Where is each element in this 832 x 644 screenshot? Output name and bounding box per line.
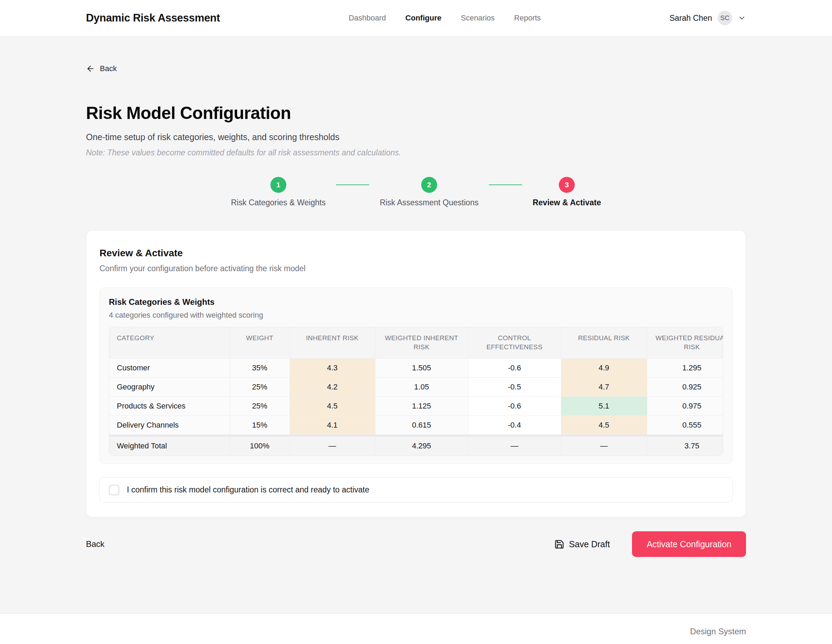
stepper: 1 Risk Categories & Weights 2 Risk Asses… [86, 177, 746, 207]
step-1-risk-categories[interactable]: 1 Risk Categories & Weights [231, 177, 325, 207]
risk-table: CATEGORY WEIGHT INHERENT RISK WEIGHTED I… [109, 327, 723, 456]
footer-text: Design System [690, 626, 746, 636]
cell-total-control: — [468, 436, 561, 455]
cell-weighted-inherent: 1.125 [375, 397, 468, 416]
save-icon [554, 539, 564, 549]
cell-total-inherent: — [290, 436, 375, 455]
cell-control-effectiveness: -0.5 [468, 378, 561, 397]
col-weighted-inherent-risk: WEIGHTED INHERENT RISK [375, 327, 468, 359]
cell-weight: 35% [230, 359, 290, 378]
page-subtitle: One-time setup of risk categories, weigh… [86, 132, 746, 142]
col-category: CATEGORY [109, 327, 230, 359]
activate-configuration-button[interactable]: Activate Configuration [632, 531, 746, 557]
table-row-customer: Customer 35% 4.3 1.505 -0.6 4.9 1.295 [109, 359, 723, 378]
nav-item-reports[interactable]: Reports [514, 13, 541, 22]
cell-weighted-inherent: 1.05 [375, 378, 468, 397]
back-button[interactable]: Back [86, 539, 104, 549]
cell-total-weighted-residual: 3.75 [647, 436, 723, 455]
cell-weight: 25% [230, 397, 290, 416]
nav-item-scenarios[interactable]: Scenarios [461, 13, 495, 22]
table-row-geography: Geography 25% 4.2 1.05 -0.5 4.7 0.925 [109, 378, 723, 397]
col-residual-risk: RESIDUAL RISK [561, 327, 647, 359]
user-menu[interactable]: Sarah Chen SC [669, 11, 746, 25]
col-weight: WEIGHT [230, 327, 290, 359]
step-2-risk-questions[interactable]: 2 Risk Assessment Questions [379, 177, 478, 207]
cell-total-residual: — [561, 436, 647, 455]
step-2-circle: 2 [421, 177, 437, 193]
col-control-effectiveness: CONTROL EFFECTIVENESS [468, 327, 561, 359]
cell-weighted-residual: 0.925 [647, 378, 723, 397]
back-link[interactable]: Back [86, 64, 117, 73]
back-arrow-icon [86, 64, 95, 73]
cell-control-effectiveness: -0.4 [468, 416, 561, 436]
step-2-label: Risk Assessment Questions [379, 198, 478, 207]
cell-inherent-risk: 4.2 [290, 378, 375, 397]
cell-category: Delivery Channels [109, 416, 230, 436]
card-title: Review & Activate [99, 247, 733, 259]
nav-item-dashboard[interactable]: Dashboard [349, 13, 386, 22]
cell-weight: 25% [230, 378, 290, 397]
cell-inherent-risk: 4.3 [290, 359, 375, 378]
cell-total-weight: 100% [230, 436, 290, 455]
cell-residual-risk: 4.7 [561, 378, 647, 397]
cell-total-label: Weighted Total [109, 436, 230, 455]
review-card: Review & Activate Confirm your configura… [86, 230, 746, 517]
cell-residual-risk: 5.1 [561, 397, 647, 416]
cell-category: Geography [109, 378, 230, 397]
step-3-circle: 3 [559, 177, 575, 193]
col-weighted-residual-risk: WEIGHTED RESIDUAL RISK [647, 327, 723, 359]
cell-inherent-risk: 4.1 [290, 416, 375, 436]
cell-residual-risk: 4.9 [561, 359, 647, 378]
actions-bar: Back Save Draft Activate Configuration [86, 531, 746, 557]
save-draft-button[interactable]: Save Draft [554, 539, 610, 549]
cell-weight: 15% [230, 416, 290, 436]
back-link-label: Back [100, 64, 117, 73]
cell-category: Products & Services [109, 397, 230, 416]
chevron-down-icon[interactable] [738, 14, 746, 22]
step-3-label: Review & Activate [533, 198, 601, 207]
summary-panel: Risk Categories & Weights 4 categories c… [99, 287, 733, 464]
confirm-checkbox[interactable] [109, 485, 119, 495]
nav-item-configure[interactable]: Configure [405, 13, 441, 22]
step-3-review-activate[interactable]: 3 Review & Activate [533, 177, 601, 207]
save-draft-label: Save Draft [569, 539, 610, 549]
cell-weighted-inherent: 0.615 [375, 416, 468, 436]
table-row-delivery-channels: Delivery Channels 15% 4.1 0.615 -0.4 4.5… [109, 416, 723, 436]
confirm-row[interactable]: I confirm this risk model configuration … [99, 477, 733, 503]
step-1-label: Risk Categories & Weights [231, 198, 325, 207]
cell-weighted-residual: 1.295 [647, 359, 723, 378]
app-title: Dynamic Risk Assessment [86, 12, 220, 24]
footer: Design System [0, 614, 832, 644]
table-header-row: CATEGORY WEIGHT INHERENT RISK WEIGHTED I… [109, 327, 723, 359]
page-title: Risk Model Configuration [86, 104, 746, 123]
step-connector-2 [489, 184, 522, 185]
cell-total-weighted-inherent: 4.295 [375, 436, 468, 455]
confirm-label: I confirm this risk model configuration … [127, 485, 369, 495]
cell-weighted-inherent: 1.505 [375, 359, 468, 378]
cell-control-effectiveness: -0.6 [468, 359, 561, 378]
panel-title: Risk Categories & Weights [109, 297, 723, 307]
col-inherent-risk: INHERENT RISK [290, 327, 375, 359]
page-note: Note: These values become committed defa… [86, 148, 746, 157]
cell-residual-risk: 4.5 [561, 416, 647, 436]
step-connector-1 [336, 184, 369, 185]
card-subtitle: Confirm your configuration before activa… [99, 263, 733, 274]
cell-category: Customer [109, 359, 230, 378]
table-row-weighted-total: Weighted Total 100% — 4.295 — — 3.75 [109, 436, 723, 455]
cell-weighted-residual: 0.555 [647, 416, 723, 436]
cell-inherent-risk: 4.5 [290, 397, 375, 416]
main-nav: Dashboard Configure Scenarios Reports [349, 13, 541, 22]
avatar[interactable]: SC [718, 11, 732, 25]
panel-subtitle: 4 categories configured with weighted sc… [109, 311, 723, 320]
table-row-products-services: Products & Services 25% 4.5 1.125 -0.6 5… [109, 397, 723, 416]
top-nav: Dynamic Risk Assessment Dashboard Config… [0, 0, 832, 37]
cell-weighted-residual: 0.975 [647, 397, 723, 416]
user-name: Sarah Chen [669, 13, 712, 23]
cell-control-effectiveness: -0.6 [468, 397, 561, 416]
step-1-circle: 1 [270, 177, 286, 193]
